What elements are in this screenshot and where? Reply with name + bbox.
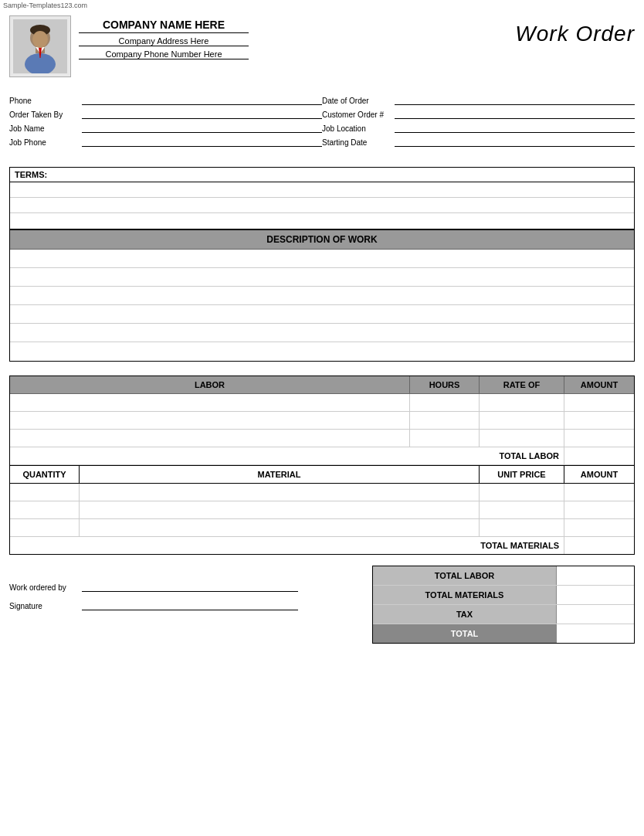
description-section: DESCRIPTION OF WORK: [9, 229, 635, 362]
work-order-title: Work Order: [515, 15, 635, 46]
work-ordered-by-row: Work ordered by: [9, 581, 372, 592]
job-name-input[interactable]: [82, 122, 322, 133]
phone-label: Phone: [9, 97, 79, 105]
svg-point-7: [32, 31, 48, 48]
starting-date-label: Starting Date: [322, 138, 391, 147]
summary-total-labor-value[interactable]: [557, 566, 634, 585]
terms-row[interactable]: [10, 182, 634, 198]
desc-row[interactable]: [10, 324, 634, 342]
work-ordered-by-label: Work ordered by: [9, 583, 79, 592]
desc-row[interactable]: [10, 268, 634, 287]
materials-data-row[interactable]: [10, 519, 634, 537]
labor-data-row[interactable]: [10, 430, 634, 447]
materials-data-row[interactable]: [10, 501, 634, 519]
job-name-row: Job Name: [9, 122, 322, 133]
avatar: [9, 15, 71, 77]
desc-row[interactable]: [10, 342, 634, 361]
labor-col-amount: AMOUNT: [564, 376, 634, 393]
company-address: Company Address Here: [79, 36, 249, 46]
signature-label: Signature: [9, 602, 79, 610]
desc-row[interactable]: [10, 250, 634, 268]
company-name: COMPANY NAME HERE: [79, 19, 249, 33]
labor-col-labor: LABOR: [10, 376, 410, 393]
summary-total-materials-label: TOTAL MATERIALS: [373, 586, 557, 604]
labor-col-rate: RATE OF: [480, 376, 564, 393]
description-header: DESCRIPTION OF WORK: [10, 229, 634, 250]
summary-total-materials-row: TOTAL MATERIALS: [373, 586, 634, 605]
job-phone-input[interactable]: [82, 136, 322, 147]
header: COMPANY NAME HERE Company Address Here C…: [0, 11, 644, 82]
materials-total-row: TOTAL MATERIALS: [10, 537, 634, 554]
date-of-order-label: Date of Order: [322, 97, 391, 105]
watermark: Sample-Templates123.com: [0, 0, 644, 11]
terms-row[interactable]: [10, 198, 634, 213]
labor-total-row: TOTAL LABOR: [10, 447, 634, 465]
work-ordered-by-input[interactable]: [82, 581, 298, 592]
materials-col-material: MATERIAL: [80, 466, 480, 483]
customer-order-row: Customer Order #: [322, 108, 635, 119]
materials-data-row[interactable]: [10, 484, 634, 501]
labor-data-row[interactable]: [10, 412, 634, 430]
job-location-label: Job Location: [322, 124, 391, 133]
labor-col-hours: HOURS: [410, 376, 480, 393]
materials-col-unit-price: UNIT PRICE: [480, 466, 564, 483]
date-of-order-input[interactable]: [395, 94, 635, 105]
materials-col-quantity: QUANTITY: [10, 466, 80, 483]
labor-total-value[interactable]: [564, 447, 634, 464]
phone-input[interactable]: [82, 94, 322, 105]
summary-table: TOTAL LABOR TOTAL MATERIALS TAX TOTAL: [372, 566, 635, 644]
order-taken-row: Order Taken By: [9, 108, 322, 119]
summary-total-labor-label: TOTAL LABOR: [373, 566, 557, 585]
terms-row[interactable]: [10, 213, 634, 229]
terms-header: TERMS:: [10, 168, 634, 182]
job-location-row: Job Location: [322, 122, 635, 133]
job-name-label: Job Name: [9, 124, 79, 133]
order-taken-input[interactable]: [82, 108, 322, 119]
labor-data-row[interactable]: [10, 394, 634, 412]
starting-date-row: Starting Date: [322, 136, 635, 147]
summary-total-row: TOTAL: [373, 624, 634, 643]
summary-tax-label: TAX: [373, 605, 557, 624]
signature-row: Signature: [9, 600, 372, 610]
phone-row: Phone: [9, 94, 322, 105]
summary-tax-row: TAX: [373, 605, 634, 624]
order-taken-label: Order Taken By: [9, 110, 79, 119]
signature-input[interactable]: [82, 600, 298, 610]
materials-col-amount: AMOUNT: [564, 466, 634, 483]
form-section: Phone Order Taken By Job Name Job Phone …: [0, 82, 644, 156]
company-phone: Company Phone Number Here: [79, 49, 249, 59]
summary-total-materials-value[interactable]: [557, 586, 634, 604]
customer-order-input[interactable]: [395, 108, 635, 119]
summary-total-label: TOTAL: [373, 624, 557, 643]
summary-tax-value[interactable]: [557, 605, 634, 624]
date-of-order-row: Date of Order: [322, 94, 635, 105]
terms-section: TERMS:: [9, 167, 635, 229]
desc-row[interactable]: [10, 305, 634, 324]
summary-section: Work ordered by Signature TOTAL LABOR TO…: [9, 566, 635, 644]
job-phone-row: Job Phone: [9, 136, 322, 147]
desc-row[interactable]: [10, 287, 634, 305]
job-location-input[interactable]: [395, 122, 635, 133]
summary-total-labor-row: TOTAL LABOR: [373, 566, 634, 586]
summary-total-value[interactable]: [557, 624, 634, 643]
customer-order-label: Customer Order #: [322, 110, 391, 119]
job-phone-label: Job Phone: [9, 138, 79, 147]
materials-total-value[interactable]: [564, 537, 634, 554]
labor-section: LABOR HOURS RATE OF AMOUNT TOTAL LABOR Q…: [9, 376, 635, 555]
starting-date-input[interactable]: [395, 136, 635, 147]
